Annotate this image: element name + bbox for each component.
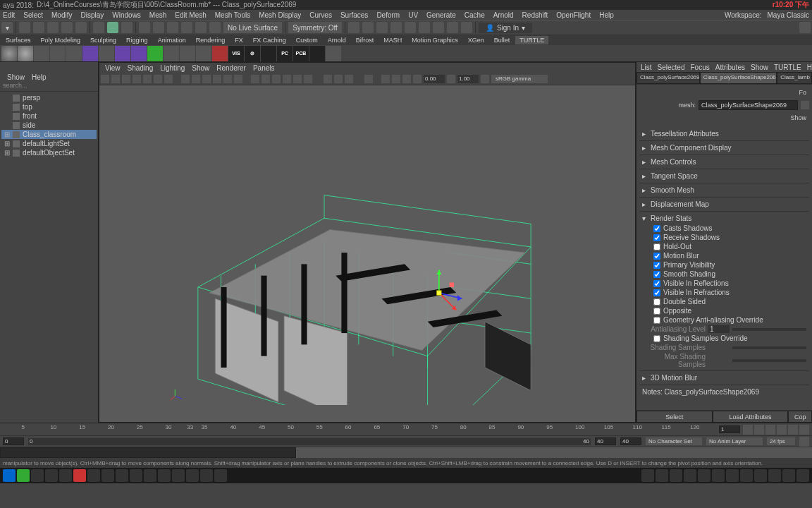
- new-scene-icon[interactable]: [19, 22, 30, 33]
- outliner-item-classroom[interactable]: ⊞Class_classroom: [1, 130, 97, 139]
- shelf-icon[interactable]: [1, 46, 17, 61]
- mesh-name-input[interactable]: [699, 100, 798, 110]
- ae-menu-attributes[interactable]: Attributes: [715, 64, 745, 71]
- aa-level-slider[interactable]: [732, 328, 806, 331]
- menu-generate[interactable]: Generate: [426, 11, 456, 19]
- maya-logo-icon[interactable]: [799, 22, 811, 33]
- outliner-search[interactable]: search...: [0, 82, 98, 92]
- shelf-tab-bifrost[interactable]: Bifrost: [352, 36, 379, 44]
- shading-samples-slider[interactable]: [732, 346, 806, 349]
- undo-icon[interactable]: [61, 22, 73, 33]
- shelf-tab-xgen[interactable]: XGen: [464, 36, 488, 44]
- playblast-icon[interactable]: [433, 22, 444, 33]
- render-icon[interactable]: [362, 22, 374, 33]
- casts-shadows-checkbox[interactable]: [653, 225, 660, 232]
- vp-btn[interactable]: [324, 75, 332, 83]
- tray-icon[interactable]: [768, 469, 781, 482]
- taskbar-icon[interactable]: [130, 469, 142, 482]
- tray-icon[interactable]: [698, 469, 710, 482]
- max-shading-samples-slider[interactable]: [732, 359, 806, 362]
- range-start-input[interactable]: [3, 437, 24, 445]
- vp-btn[interactable]: [293, 75, 302, 83]
- vp-menu-lighting[interactable]: Lighting: [160, 64, 185, 72]
- vp-btn[interactable]: [251, 75, 259, 83]
- start-button[interactable]: [3, 469, 16, 482]
- play-forward-button[interactable]: [788, 425, 798, 435]
- shelf-icon[interactable]: [261, 46, 276, 61]
- opposite-checkbox[interactable]: [653, 308, 660, 315]
- vp-btn[interactable]: [392, 75, 400, 83]
- gamma-input[interactable]: [457, 75, 479, 83]
- shelf-icon[interactable]: [180, 46, 195, 61]
- load-attributes-button[interactable]: Load Attributes: [713, 411, 789, 423]
- ipr-render-icon[interactable]: [376, 22, 388, 33]
- colorspace-icon[interactable]: [481, 75, 489, 83]
- taskbar-icon[interactable]: [144, 469, 156, 482]
- paint-select-icon[interactable]: [121, 22, 133, 33]
- section-tangent-space[interactable]: ▸Tangent Space: [639, 171, 809, 181]
- range-slider-track[interactable]: 0 40: [28, 438, 591, 445]
- motion-blur-checkbox[interactable]: [653, 253, 660, 260]
- shelf-icon[interactable]: [309, 46, 325, 61]
- select-button[interactable]: Select: [636, 411, 713, 423]
- taskbar-icon[interactable]: [102, 469, 114, 482]
- section-smooth-mesh[interactable]: ▸Smooth Mesh: [639, 185, 809, 195]
- vp-btn[interactable]: [272, 75, 281, 83]
- ae-menu-turtle[interactable]: TURTLE: [774, 64, 801, 71]
- taskbar-icon[interactable]: [116, 469, 128, 482]
- vp-btn[interactable]: [213, 75, 221, 83]
- vp-btn[interactable]: [223, 75, 232, 83]
- tray-icon[interactable]: [782, 469, 795, 482]
- hold-out-checkbox[interactable]: [653, 243, 660, 250]
- ae-tab-shape[interactable]: Class_polySurfaceShape2069: [700, 72, 777, 84]
- shelf-icon[interactable]: ⊘: [245, 46, 260, 61]
- time-slider[interactable]: 5 10 15 20 25 30 33 35 40 45 50 55 60 65…: [0, 423, 812, 435]
- outliner-item-persp[interactable]: persp: [1, 93, 97, 102]
- shelf-tab-motiongraphics[interactable]: Motion Graphics: [407, 36, 462, 44]
- shelf-tab-animation[interactable]: Animation: [154, 36, 190, 44]
- snap-view-icon[interactable]: [209, 22, 221, 33]
- ae-tab-material[interactable]: Class_lamb: [777, 72, 812, 84]
- ae-menu-selected[interactable]: Selected: [658, 64, 685, 71]
- live-surface-dropdown[interactable]: No Live Surface: [223, 22, 282, 33]
- dropdown-icon[interactable]: ▾: [1, 22, 13, 33]
- vp-btn[interactable]: [334, 75, 343, 83]
- smooth-shading-checkbox[interactable]: [653, 271, 660, 278]
- range-end2-input[interactable]: [620, 437, 641, 445]
- section-displacement[interactable]: ▸Displacement Map: [639, 199, 809, 210]
- taskbar-icon[interactable]: [59, 469, 72, 482]
- tray-icon[interactable]: [796, 469, 809, 482]
- snap-grid-icon[interactable]: [139, 22, 150, 33]
- vp-menu-show[interactable]: Show: [192, 64, 209, 72]
- vp-btn[interactable]: [154, 75, 162, 83]
- hypershade-icon[interactable]: [419, 22, 430, 33]
- shelf-icon[interactable]: [115, 46, 130, 61]
- play-backward-button[interactable]: [777, 425, 787, 435]
- exposure-input[interactable]: [424, 75, 445, 83]
- outliner-item-lightset[interactable]: ⊞defaultLightSet: [1, 139, 97, 148]
- vp-btn[interactable]: [164, 75, 173, 83]
- vp-menu-shading[interactable]: Shading: [128, 64, 154, 72]
- vp-btn[interactable]: [181, 75, 190, 83]
- menu-modify[interactable]: Modify: [51, 11, 72, 19]
- colorspace-dropdown[interactable]: sRGB gamma: [491, 75, 548, 83]
- redo-icon[interactable]: [75, 22, 87, 33]
- menu-windows[interactable]: Windows: [112, 11, 141, 19]
- shelf-tab-rigging[interactable]: Rigging: [122, 36, 152, 44]
- section-3d-motion-blur[interactable]: ▸3D Motion Blur: [639, 373, 809, 383]
- outliner-item-front[interactable]: front: [1, 111, 97, 121]
- copy-tab-button[interactable]: Cop: [788, 411, 812, 423]
- outliner-show-menu[interactable]: Show: [7, 73, 25, 81]
- vp-btn[interactable]: [143, 75, 152, 83]
- double-sided-checkbox[interactable]: [653, 298, 660, 306]
- current-frame-input[interactable]: [719, 425, 740, 433]
- tray-icon[interactable]: [684, 469, 696, 482]
- ae-tab-transform[interactable]: Class_polySurface2069: [636, 72, 700, 84]
- vp-btn[interactable]: [364, 75, 373, 83]
- open-scene-icon[interactable]: [33, 22, 44, 33]
- vp-btn[interactable]: [345, 75, 353, 83]
- outliner-item-objectset[interactable]: ⊞defaultObjectSet: [1, 148, 97, 157]
- snap-plane-icon[interactable]: [181, 22, 192, 33]
- vp-menu-renderer[interactable]: Renderer: [216, 64, 246, 72]
- menu-edit[interactable]: Edit: [3, 11, 15, 19]
